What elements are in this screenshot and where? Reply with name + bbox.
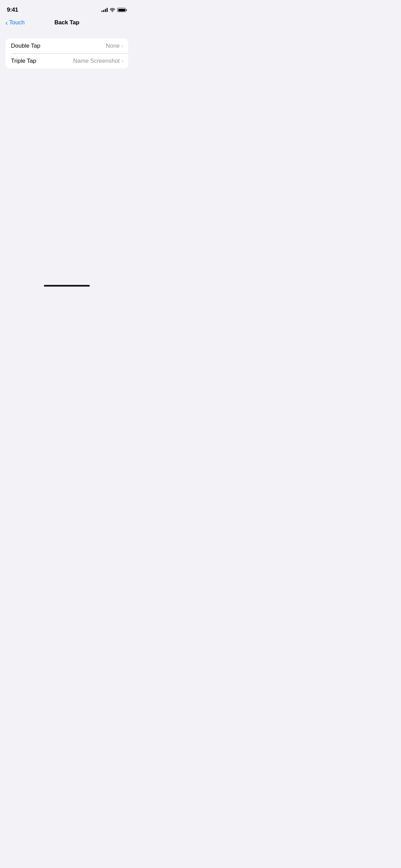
home-indicator: [44, 285, 90, 287]
signal-bar-2: [103, 10, 104, 12]
page-title: Back Tap: [54, 19, 80, 26]
settings-section: Double Tap None › Triple Tap Name Screen…: [5, 38, 128, 69]
battery-icon: [117, 8, 127, 12]
status-time: 9:41: [7, 7, 18, 13]
double-tap-value: None: [106, 43, 120, 49]
signal-icon: [101, 8, 108, 12]
triple-tap-chevron-icon: ›: [122, 58, 123, 64]
signal-bar-1: [101, 11, 102, 12]
back-label: Touch: [9, 19, 25, 26]
double-tap-chevron-icon: ›: [122, 43, 123, 49]
signal-bar-3: [105, 9, 106, 12]
double-tap-row[interactable]: Double Tap None ›: [5, 38, 128, 53]
battery-fill: [118, 9, 125, 11]
nav-bar: ‹ Touch Back Tap: [0, 16, 134, 29]
status-icons: [101, 8, 127, 12]
back-chevron-icon: ‹: [5, 19, 8, 26]
signal-bar-4: [107, 8, 108, 12]
double-tap-right: None ›: [106, 43, 123, 49]
back-button[interactable]: ‹ Touch: [5, 19, 25, 26]
triple-tap-value: Name Screenshot: [73, 58, 120, 64]
triple-tap-row[interactable]: Triple Tap Name Screenshot ›: [5, 53, 128, 69]
battery-tip: [126, 9, 127, 11]
double-tap-label: Double Tap: [11, 43, 40, 49]
battery-body: [117, 8, 126, 12]
triple-tap-right: Name Screenshot ›: [73, 58, 123, 64]
triple-tap-label: Triple Tap: [11, 58, 36, 64]
settings-list: Double Tap None › Triple Tap Name Screen…: [5, 38, 128, 69]
wifi-icon: [110, 8, 115, 12]
status-bar: 9:41: [0, 0, 134, 15]
